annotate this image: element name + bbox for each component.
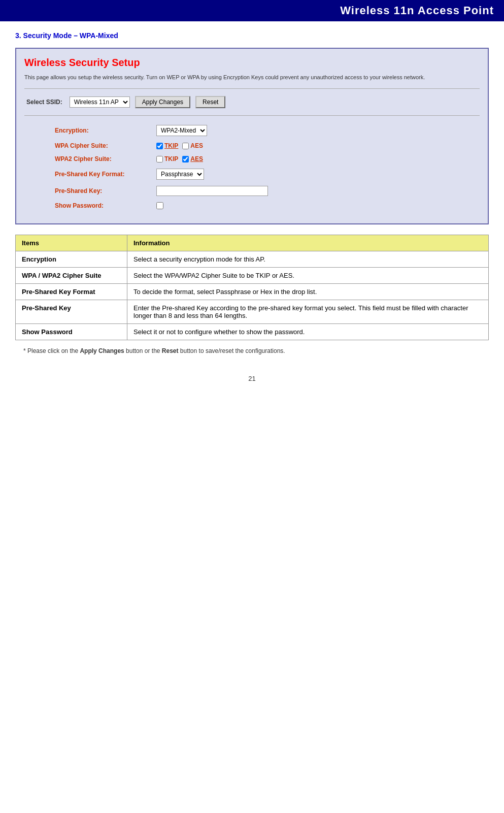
apply-changes-button[interactable]: Apply Changes <box>135 96 190 108</box>
setup-panel-title: Wireless Security Setup <box>24 57 480 69</box>
pre-shared-key-value-container <box>156 186 268 196</box>
setup-panel: Wireless Security Setup This page allows… <box>15 48 489 224</box>
footer-reset-bold: Reset <box>162 347 179 354</box>
page-number: 21 <box>15 375 489 382</box>
encryption-row: Encryption: WPA2-Mixed <box>24 125 480 136</box>
page-header-title: Wireless 11n Access Point <box>340 4 494 17</box>
page-header: Wireless 11n Access Point <box>0 0 504 21</box>
pre-shared-key-format-label: Pre-Shared Key Format: <box>55 171 156 178</box>
encryption-select[interactable]: WPA2-Mixed <box>156 125 207 136</box>
footer-note: * Please click on the Apply Changes butt… <box>15 347 489 354</box>
wpa-aes-text: AES <box>190 142 203 149</box>
ssid-row: Select SSID: Wireless 11n AP Apply Chang… <box>24 96 480 108</box>
table-cell-info: To decide the format, select Passphrase … <box>127 284 489 300</box>
table-cell-info: Enter the Pre-shared Key according to th… <box>127 300 489 324</box>
table-cell-item: Pre-Shared Key Format <box>16 284 127 300</box>
pre-shared-key-input[interactable] <box>156 186 268 196</box>
wpa-cipher-label: WPA Cipher Suite: <box>55 142 156 149</box>
section-title: 3. Security Mode – WPA-Mixed <box>15 31 489 40</box>
table-cell-item: Pre-Shared Key <box>16 300 127 324</box>
pre-shared-key-format-select[interactable]: Passphrase <box>156 169 204 180</box>
wpa-aes-label[interactable]: AES <box>182 142 203 149</box>
table-cell-item: WPA / WPA2 Cipher Suite <box>16 268 127 284</box>
main-content: 3. Security Mode – WPA-Mixed Wireless Se… <box>0 21 504 393</box>
pre-shared-key-label: Pre-Shared Key: <box>55 187 156 194</box>
table-cell-item: Encryption <box>16 251 127 268</box>
wpa-cipher-row: WPA Cipher Suite: TKIP AES <box>24 142 480 149</box>
wpa2-tkip-checkbox[interactable] <box>156 156 163 162</box>
table-row: Pre-Shared Key FormatTo decide the forma… <box>16 284 489 300</box>
wpa-tkip-checkbox[interactable] <box>156 143 163 149</box>
wpa2-tkip-label[interactable]: TKIP <box>156 155 178 162</box>
encryption-label: Encryption: <box>55 127 156 134</box>
table-row: EncryptionSelect a security encryption m… <box>16 251 489 268</box>
table-header-items: Items <box>16 235 127 251</box>
wpa-aes-checkbox[interactable] <box>182 143 189 149</box>
wpa2-tkip-text: TKIP <box>164 155 178 162</box>
table-row: Show PasswordSelect it or not to configu… <box>16 324 489 340</box>
show-password-value-container <box>156 202 163 209</box>
ssid-label: Select SSID: <box>26 99 62 106</box>
table-cell-info: Select a security encryption mode for th… <box>127 251 489 268</box>
ssid-select[interactable]: Wireless 11n AP <box>70 96 130 108</box>
footer-note-prefix: * Please click on the <box>23 347 80 354</box>
wpa2-cipher-value-container: TKIP AES <box>156 155 203 162</box>
show-password-label: Show Password: <box>55 202 156 209</box>
table-row: WPA / WPA2 Cipher SuiteSelect the WPA/WP… <box>16 268 489 284</box>
setup-panel-description: This page allows you setup the wireless … <box>24 74 480 81</box>
divider-form <box>24 115 480 116</box>
wpa-cipher-value-container: TKIP AES <box>156 142 203 149</box>
table-header-information: Information <box>127 235 489 251</box>
table-cell-info: Select the WPA/WPA2 Cipher Suite to be T… <box>127 268 489 284</box>
table-cell-item: Show Password <box>16 324 127 340</box>
wpa-tkip-label[interactable]: TKIP <box>156 142 178 149</box>
footer-note-middle: button or the <box>124 347 162 354</box>
show-password-checkbox[interactable] <box>156 202 163 209</box>
encryption-value-container: WPA2-Mixed <box>156 125 207 136</box>
reset-button[interactable]: Reset <box>195 96 225 108</box>
divider-top <box>24 88 480 89</box>
wpa2-aes-checkbox[interactable] <box>182 156 189 162</box>
wpa2-aes-label[interactable]: AES <box>182 155 203 162</box>
footer-apply-changes-bold: Apply Changes <box>80 347 124 354</box>
table-row: Pre-Shared KeyEnter the Pre-shared Key a… <box>16 300 489 324</box>
wpa-tkip-text: TKIP <box>164 142 178 149</box>
wpa2-cipher-label: WPA2 Cipher Suite: <box>55 155 156 162</box>
form-area: Encryption: WPA2-Mixed WPA Cipher Suite:… <box>24 122 480 209</box>
wpa2-aes-text: AES <box>190 155 203 162</box>
pre-shared-key-format-value-container: Passphrase <box>156 169 204 180</box>
info-table: Items Information EncryptionSelect a sec… <box>15 235 489 340</box>
show-password-row: Show Password: <box>24 202 480 209</box>
footer-note-suffix: button to save/reset the configurations. <box>179 347 285 354</box>
table-cell-info: Select it or not to configure whether to… <box>127 324 489 340</box>
wpa2-cipher-row: WPA2 Cipher Suite: TKIP AES <box>24 155 480 162</box>
table-header-row: Items Information <box>16 235 489 251</box>
pre-shared-key-format-row: Pre-Shared Key Format: Passphrase <box>24 169 480 180</box>
pre-shared-key-row: Pre-Shared Key: <box>24 186 480 196</box>
